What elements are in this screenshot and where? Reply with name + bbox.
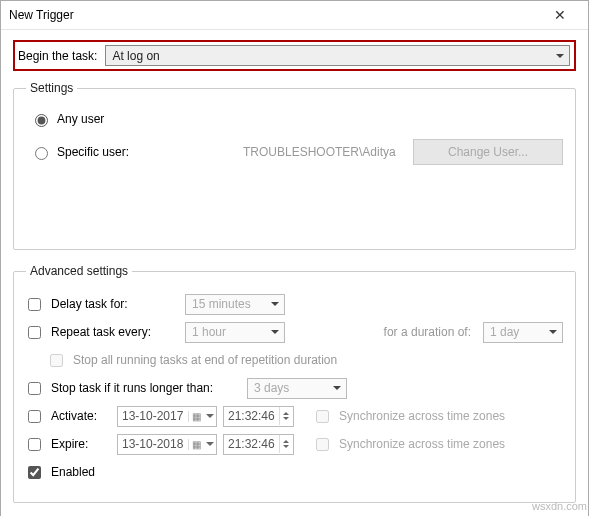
watermark: wsxdn.com	[532, 500, 587, 512]
activate-row: Activate: ▦ Synchronize across time zone…	[26, 404, 563, 428]
expire-sync-label: Synchronize across time zones	[339, 437, 505, 451]
stop-longer-label: Stop task if it runs longer than:	[51, 381, 241, 395]
close-icon[interactable]: ✕	[540, 7, 580, 23]
begin-task-dropdown[interactable]: At log on	[105, 45, 570, 66]
expire-sync-row: Synchronize across time zones	[314, 437, 505, 451]
delay-checkbox[interactable]	[28, 298, 41, 311]
activate-sync-checkbox	[316, 410, 329, 423]
advanced-legend: Advanced settings	[26, 264, 132, 278]
activate-label: Activate:	[51, 409, 111, 423]
duration-label: for a duration of:	[384, 325, 471, 339]
activate-date[interactable]: ▦	[117, 406, 217, 427]
settings-group: Settings Any user Specific user: TROUBLE…	[13, 81, 576, 250]
begin-task-dropdown-wrap: At log on	[105, 45, 570, 66]
any-user-label: Any user	[57, 112, 104, 126]
enabled-checkbox[interactable]	[28, 466, 41, 479]
enabled-row: Enabled	[26, 460, 563, 484]
expire-row: Expire: ▦ Synchronize across time zones	[26, 432, 563, 456]
begin-task-row: Begin the task: At log on	[13, 40, 576, 71]
advanced-group: Advanced settings Delay task for: 15 min…	[13, 264, 576, 503]
expire-date-input[interactable]	[118, 435, 188, 454]
repeat-row: Repeat task every: 1 hour for a duration…	[26, 320, 563, 344]
expire-sync-checkbox	[316, 438, 329, 451]
repeat-label: Repeat task every:	[51, 325, 179, 339]
expire-checkbox[interactable]	[28, 438, 41, 451]
activate-time[interactable]	[223, 406, 294, 427]
repeat-combo-wrap: 1 hour	[185, 322, 285, 343]
change-user-button[interactable]: Change User...	[413, 139, 563, 165]
calendar-icon[interactable]: ▦	[188, 439, 204, 450]
delay-label: Delay task for:	[51, 297, 179, 311]
calendar-icon[interactable]: ▦	[188, 411, 204, 422]
specific-user-row: Specific user: TROUBLESHOOTER\Aditya Cha…	[30, 139, 563, 165]
stop-at-end-checkbox	[50, 354, 63, 367]
repeat-checkbox[interactable]	[28, 326, 41, 339]
activate-sync-label: Synchronize across time zones	[339, 409, 505, 423]
activate-time-input[interactable]	[224, 407, 279, 426]
repeat-combo[interactable]: 1 hour	[185, 322, 285, 343]
begin-task-label: Begin the task:	[16, 49, 97, 63]
specific-user-value: TROUBLESHOOTER\Aditya	[213, 145, 407, 159]
stop-longer-combo[interactable]: 3 days	[247, 378, 347, 399]
duration-combo-wrap: 1 day	[483, 322, 563, 343]
delay-row: Delay task for: 15 minutes	[26, 292, 563, 316]
expire-label: Expire:	[51, 437, 111, 451]
specific-user-label: Specific user:	[57, 145, 207, 159]
activate-sync-row: Synchronize across time zones	[314, 409, 505, 423]
specific-user-radio[interactable]	[35, 147, 48, 160]
activate-checkbox[interactable]	[28, 410, 41, 423]
expire-date[interactable]: ▦	[117, 434, 217, 455]
stop-longer-row: Stop task if it runs longer than: 3 days	[26, 376, 563, 400]
dialog-content: Begin the task: At log on Settings Any u…	[1, 30, 588, 516]
expire-time[interactable]	[223, 434, 294, 455]
any-user-row: Any user	[30, 111, 563, 127]
new-trigger-dialog: New Trigger ✕ Begin the task: At log on …	[0, 0, 589, 516]
enabled-label: Enabled	[51, 465, 95, 479]
activate-date-input[interactable]	[118, 407, 188, 426]
time-spinner[interactable]	[279, 407, 293, 425]
stop-at-end-label: Stop all running tasks at end of repetit…	[73, 353, 337, 367]
window-title: New Trigger	[9, 8, 74, 22]
time-spinner[interactable]	[279, 435, 293, 453]
stop-longer-combo-wrap: 3 days	[247, 378, 347, 399]
delay-combo[interactable]: 15 minutes	[185, 294, 285, 315]
delay-combo-wrap: 15 minutes	[185, 294, 285, 315]
expire-time-input[interactable]	[224, 435, 279, 454]
any-user-radio[interactable]	[35, 114, 48, 127]
duration-combo[interactable]: 1 day	[483, 322, 563, 343]
titlebar: New Trigger ✕	[1, 1, 588, 30]
stop-at-end-row: Stop all running tasks at end of repetit…	[26, 348, 563, 372]
settings-spacer	[26, 165, 563, 235]
settings-legend: Settings	[26, 81, 77, 95]
stop-longer-checkbox[interactable]	[28, 382, 41, 395]
